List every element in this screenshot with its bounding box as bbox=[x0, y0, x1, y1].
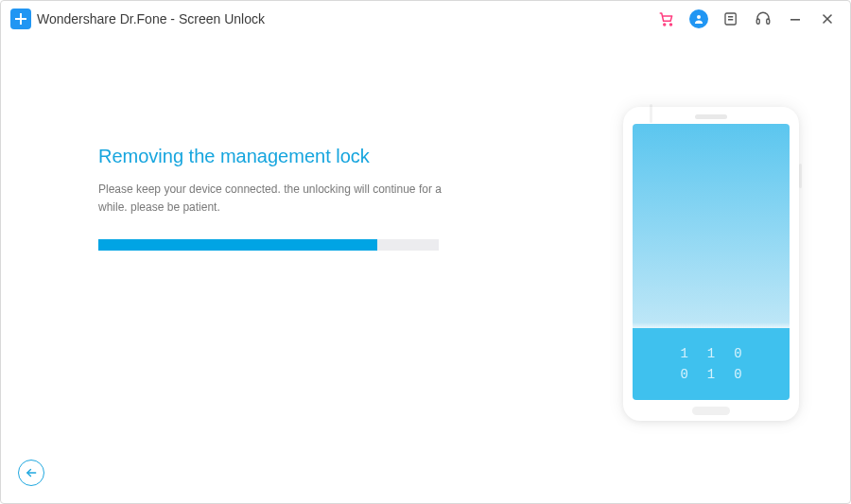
app-logo-title: Wondershare Dr.Fone - Screen Unlock bbox=[10, 9, 265, 29]
page-subtext: Please keep your device connected. the u… bbox=[98, 181, 458, 217]
svg-rect-5 bbox=[725, 13, 736, 25]
progress-bar bbox=[98, 239, 439, 251]
minimize-button[interactable] bbox=[786, 9, 805, 28]
titlebar-actions bbox=[657, 9, 837, 28]
phone-side-notch bbox=[650, 104, 652, 123]
phone-illustration: 110 010 bbox=[623, 107, 799, 421]
phone-screen-keypad: 110 010 bbox=[633, 328, 790, 400]
svg-rect-8 bbox=[756, 19, 759, 24]
support-icon[interactable] bbox=[754, 9, 773, 28]
phone-screen-top bbox=[633, 124, 790, 328]
titlebar: Wondershare Dr.Fone - Screen Unlock bbox=[1, 1, 850, 37]
back-button[interactable] bbox=[18, 460, 44, 486]
page-heading: Removing the management lock bbox=[98, 146, 370, 167]
binary-row-1: 110 bbox=[680, 346, 760, 361]
svg-point-3 bbox=[670, 24, 672, 26]
phone-screen: 110 010 bbox=[633, 124, 790, 400]
main-content: Removing the management lock Please keep… bbox=[1, 37, 850, 503]
user-icon[interactable] bbox=[689, 9, 708, 28]
phone-earpiece bbox=[695, 114, 727, 119]
feedback-icon[interactable] bbox=[721, 9, 740, 28]
phone-home-button bbox=[692, 407, 730, 415]
svg-rect-10 bbox=[790, 19, 800, 21]
svg-point-2 bbox=[664, 24, 666, 26]
app-logo-icon bbox=[10, 9, 31, 29]
svg-rect-1 bbox=[15, 18, 26, 20]
cart-icon[interactable] bbox=[657, 9, 676, 28]
svg-rect-9 bbox=[767, 19, 770, 24]
close-button[interactable] bbox=[818, 9, 837, 28]
svg-point-4 bbox=[697, 15, 701, 19]
phone-side-button bbox=[799, 164, 802, 188]
binary-row-2: 010 bbox=[680, 367, 760, 382]
app-title: Wondershare Dr.Fone - Screen Unlock bbox=[37, 11, 265, 26]
progress-fill bbox=[98, 239, 377, 251]
